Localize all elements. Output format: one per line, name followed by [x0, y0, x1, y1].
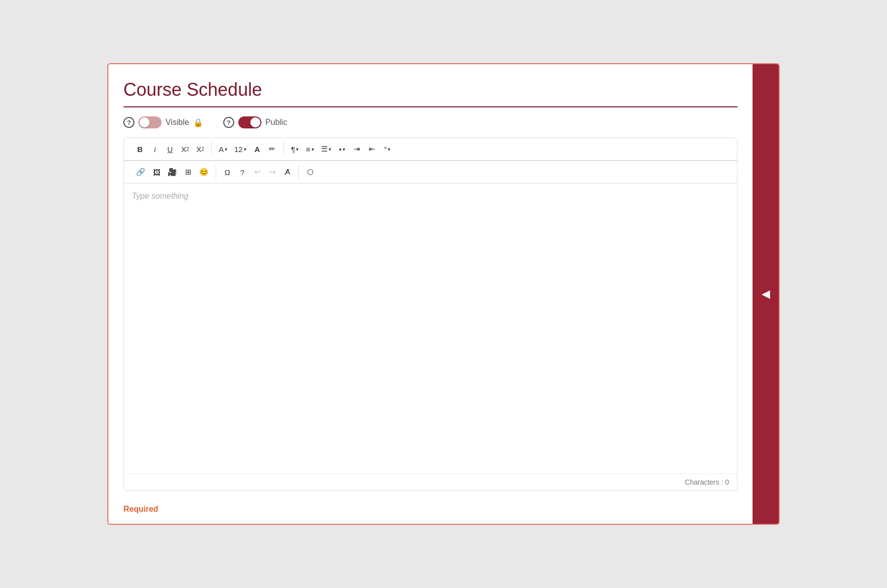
indent-button[interactable]: ⇥ — [350, 142, 364, 156]
help-icon-visible[interactable]: ? — [123, 117, 134, 128]
editor-container: B i U X2 X2 A▾ 12 ▾ A ✏ ¶▾ ≡▾ ☰▾ •▾ — [123, 137, 737, 491]
font-color-button[interactable]: A — [250, 142, 264, 156]
editor-placeholder: Type something — [132, 192, 189, 200]
help-icon-public[interactable]: ? — [223, 117, 234, 128]
paragraph-button[interactable]: ¶▾ — [288, 142, 302, 156]
special-char-button[interactable]: Ω — [220, 165, 234, 179]
clear-format-button[interactable]: A̸ — [280, 165, 294, 179]
3d-button[interactable]: ⬡ — [303, 165, 317, 179]
italic-button[interactable]: i — [148, 142, 162, 156]
quote-button[interactable]: "▾ — [380, 142, 394, 156]
page-title: Course Schedule — [123, 79, 737, 107]
special-group: Ω ? ↩ ↪ A̸ — [216, 165, 299, 179]
subscript-button[interactable]: X2 — [178, 142, 192, 156]
ordered-list-button[interactable]: ☰▾ — [318, 142, 334, 156]
undo-button[interactable]: ↩ — [250, 165, 264, 179]
collapse-arrow-icon: ◀ — [762, 287, 770, 301]
toggle-knob-public — [250, 117, 260, 127]
editor-area[interactable]: Type something — [124, 184, 737, 474]
link-button[interactable]: 🔗 — [133, 165, 149, 179]
redo-button[interactable]: ↪ — [265, 165, 279, 179]
lock-icon: 🔒 — [193, 118, 203, 127]
highlight-button[interactable]: ✏ — [265, 142, 279, 156]
underline-button[interactable]: U — [163, 142, 177, 156]
outdent-button[interactable]: ⇤ — [365, 142, 379, 156]
superscript-button[interactable]: X2 — [193, 142, 207, 156]
required-label: Required — [123, 500, 737, 514]
right-sidebar[interactable]: ◀ — [753, 64, 779, 524]
insert-group: 🔗 🖼 🎥 ⊞ 😊 — [129, 165, 216, 179]
align-button[interactable]: ≡▾ — [303, 142, 317, 156]
main-content: Course Schedule ? Visible 🔒 ? Pub — [108, 64, 753, 524]
page-container: Course Schedule ? Visible 🔒 ? Pub — [107, 63, 780, 525]
extra-group: ⬡ — [299, 165, 321, 179]
toggle-knob — [139, 117, 150, 127]
help-button[interactable]: ? — [235, 165, 249, 179]
bold-button[interactable]: B — [133, 142, 147, 156]
paragraph-group: ¶▾ ≡▾ ☰▾ •▾ ⇥ ⇤ "▾ — [284, 142, 398, 156]
visible-label: Visible — [166, 118, 189, 127]
public-item: ? Public — [223, 116, 287, 128]
video-button[interactable]: 🎥 — [165, 165, 180, 179]
toolbar-row1: B i U X2 X2 A▾ 12 ▾ A ✏ ¶▾ ≡▾ ☰▾ •▾ — [124, 138, 737, 161]
toolbar-row2: 🔗 🖼 🎥 ⊞ 😊 Ω ? ↩ ↪ A̸ ⬡ — [124, 161, 737, 184]
char-count: Characters : 0 — [124, 474, 737, 490]
public-label: Public — [265, 118, 287, 127]
visible-item: ? Visible 🔒 — [123, 116, 203, 128]
emoji-button[interactable]: 😊 — [196, 165, 212, 179]
visibility-row: ? Visible 🔒 ? Public — [123, 116, 737, 128]
format-group: B i U X2 X2 — [129, 142, 212, 156]
public-toggle[interactable] — [238, 116, 261, 128]
table-button[interactable]: ⊞ — [181, 165, 195, 179]
font-size-button[interactable]: 12 ▾ — [231, 142, 249, 156]
image-button[interactable]: 🖼 — [150, 165, 164, 179]
font-group: A▾ 12 ▾ A ✏ — [212, 142, 284, 156]
font-family-button[interactable]: A▾ — [216, 142, 230, 156]
visible-toggle[interactable] — [138, 116, 162, 128]
unordered-list-button[interactable]: •▾ — [335, 142, 349, 156]
